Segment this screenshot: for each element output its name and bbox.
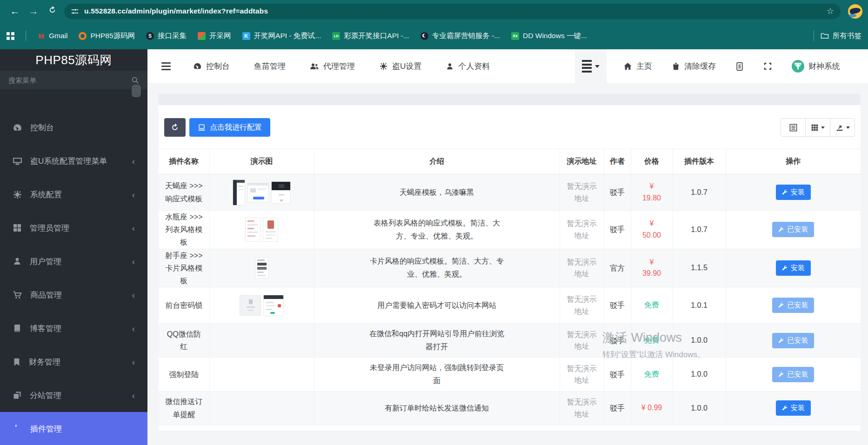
sidebar-item-dau-config[interactable]: 盗U系统配置管理菜单 xyxy=(0,144,147,178)
plugin-author: 驳手 xyxy=(604,174,631,211)
installed-button[interactable]: 已安装 xyxy=(772,298,814,313)
operation-cell: 安装 xyxy=(726,174,861,211)
search-input[interactable] xyxy=(8,76,131,84)
plugin-version: 1.0.7 xyxy=(673,211,726,249)
nav-item-home[interactable]: 主页 xyxy=(623,61,652,72)
demo-image-cell xyxy=(209,392,314,425)
plugin-author: 驳手 xyxy=(604,358,631,392)
user-icon xyxy=(13,257,22,266)
demo-thumbnail xyxy=(233,179,245,206)
sidebar-item-finance-manage[interactable]: 财务管理 xyxy=(0,345,147,379)
nav-item-clear-cache[interactable]: 清除缓存 xyxy=(672,61,716,72)
plugin-price: ¥50.00 xyxy=(631,211,673,249)
plugin-version: 1.1.5 xyxy=(673,249,726,287)
bookmark-caipiao-api[interactable]: LD 彩票开奖接口API -... xyxy=(332,31,409,41)
nav-item-profile[interactable]: 个人资料 xyxy=(446,61,490,72)
book-icon xyxy=(13,324,22,333)
bookmark-jiekoucaiji[interactable]: S 接口采集 xyxy=(146,31,187,41)
bookmark-kaijiang-api[interactable]: K 开奖网API - 免费试... xyxy=(242,31,321,41)
table-toolbar: 点击我进行配置 xyxy=(164,118,855,137)
install-button[interactable]: 安装 xyxy=(776,400,811,416)
hamburger-icon[interactable] xyxy=(161,62,171,70)
sidebar-item-substation-manage[interactable]: 分站管理 xyxy=(0,379,147,412)
view-options-group xyxy=(781,118,855,137)
wrench-icon xyxy=(778,226,784,232)
search-icon xyxy=(131,76,139,84)
nav-item-agent[interactable]: 代理管理 xyxy=(310,61,355,72)
users-icon xyxy=(310,62,319,71)
window-panes-icon xyxy=(13,223,22,232)
plugin-price: 免费 xyxy=(631,358,673,392)
plugin-version: 1.0.0 xyxy=(673,392,726,425)
sidebar-item-blog-manage[interactable]: 博客管理 xyxy=(0,312,147,345)
back-icon[interactable] xyxy=(6,6,24,17)
caret-down-icon xyxy=(846,126,850,129)
export-button[interactable] xyxy=(830,118,855,137)
browser-toolbar: u.552828.cc/admin/plugin/market/index?re… xyxy=(0,0,868,22)
install-button[interactable]: 安装 xyxy=(776,260,811,276)
site-info-icon[interactable] xyxy=(71,7,79,15)
gauge-icon xyxy=(193,62,202,71)
avatar-fish xyxy=(849,7,861,14)
reload-icon[interactable] xyxy=(43,6,61,17)
forward-icon[interactable] xyxy=(24,6,43,17)
kaicai-favicon xyxy=(198,32,206,40)
bookmark-gmail[interactable]: M Gmail xyxy=(37,32,67,40)
all-bookmarks-button[interactable]: 所有书签 xyxy=(821,31,861,41)
demo-image-cell xyxy=(209,324,314,358)
bookmarks-bar: M Gmail PHP85源码网 S 接口采集 开采网 K 开奖网API - 免… xyxy=(0,22,868,49)
bookmark-star-icon[interactable] xyxy=(827,6,834,16)
topnav-right: 主页 清除缓存 财神系统 xyxy=(575,49,868,83)
profile-avatar[interactable] xyxy=(848,4,862,19)
wrench-icon xyxy=(782,265,788,271)
install-button[interactable]: 安装 xyxy=(776,185,811,200)
bookmark-zhuanye[interactable]: 专业霸屏营销服务 -... xyxy=(421,31,500,41)
sidebar-item-system-config[interactable]: 系统配置 xyxy=(0,178,147,211)
bookmark-php85[interactable]: PHP85源码网 xyxy=(79,31,135,41)
nav-item-docs[interactable] xyxy=(735,62,744,71)
apps-grid-icon[interactable] xyxy=(7,32,14,40)
sidebar-item-admin-manage[interactable]: 管理员管理 xyxy=(0,211,147,245)
plugin-intro: 卡片风格的响应式模板。简洁、大方、专业、优雅、美观。 xyxy=(314,249,560,287)
plugin-name: QQ微信防红 xyxy=(159,324,209,358)
installed-button[interactable]: 已安装 xyxy=(772,367,814,382)
refresh-button[interactable] xyxy=(164,118,186,137)
demo-thumbnail xyxy=(263,218,278,242)
sidebar-item-user-manage[interactable]: 用户管理 xyxy=(0,245,147,278)
demo-address: 暂无演示地址 xyxy=(560,174,604,211)
columns-button[interactable] xyxy=(805,118,830,137)
sidebar-item-dashboard[interactable]: 控制台 xyxy=(0,111,147,144)
installed-button[interactable]: 已安装 xyxy=(772,333,814,348)
col-header-demo-image: 演示图 xyxy=(209,149,314,174)
demo-thumbnail xyxy=(271,181,291,204)
nav-item-brand[interactable]: 财神系统 xyxy=(792,60,840,73)
installed-button[interactable]: 已安装 xyxy=(772,222,814,237)
nav-item-yumiao[interactable]: 鱼苗管理 xyxy=(254,61,286,72)
chevron-left-icon xyxy=(132,391,135,400)
toggle-view-button[interactable] xyxy=(781,118,806,137)
usdt-icon xyxy=(792,60,804,73)
sidebar-scrollbar-thumb[interactable] xyxy=(132,85,141,97)
wrench-icon xyxy=(778,338,784,344)
sidebar-search[interactable] xyxy=(0,71,147,89)
bookmark-icon xyxy=(13,358,21,366)
url-text[interactable]: u.552828.cc/admin/plugin/market/index?re… xyxy=(84,7,827,15)
bookmark-dd-windows[interactable]: Xx DD Windows 一键... xyxy=(511,31,587,41)
wrench-icon xyxy=(778,372,784,378)
nav-item-fullscreen[interactable] xyxy=(763,62,772,71)
configure-button[interactable]: 点击我进行配置 xyxy=(189,118,270,137)
nav-menu-dropdown[interactable] xyxy=(575,49,607,84)
demo-image-cell xyxy=(209,358,314,392)
zhuanye-favicon xyxy=(421,32,428,40)
plugin-author: 驳手 xyxy=(604,324,631,358)
plugin-version: 1.0.7 xyxy=(673,174,726,211)
nav-item-dashboard[interactable]: 控制台 xyxy=(193,61,230,72)
nav-item-dau-settings[interactable]: 盗U设置 xyxy=(379,61,421,72)
plugin-market-table: 插件名称 演示图 介绍 演示地址 作者 价格 插件版本 操作 天蝎座 >>> 响… xyxy=(159,149,861,425)
sidebar-item-plugin-manage[interactable]: 插件管理 xyxy=(0,412,147,445)
sidebar-item-goods-manage[interactable]: 商品管理 xyxy=(0,278,147,312)
plugin-intro: 在微信和qq内打开网站引导用户前往浏览器打开 xyxy=(314,324,560,358)
bookmark-kaicaiwang[interactable]: 开采网 xyxy=(198,31,231,41)
top-navbar: 控制台 鱼苗管理 代理管理 盗U设置 个人资料 主页 xyxy=(147,49,868,84)
address-bar[interactable]: u.552828.cc/admin/plugin/market/index?re… xyxy=(64,4,841,19)
